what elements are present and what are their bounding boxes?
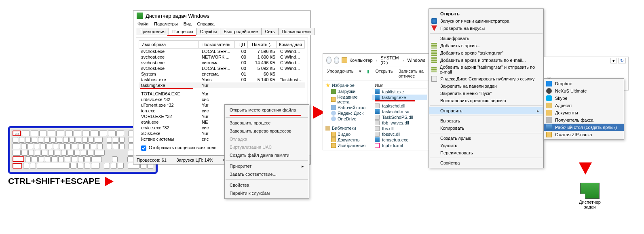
tool-burn[interactable]: Записать на оптичес: [399, 69, 424, 78]
sidebar-recent[interactable]: Недавние места: [325, 94, 368, 105]
ctx-item[interactable]: Копировать: [429, 124, 543, 132]
file-item[interactable]: tasklist.exe: [372, 89, 427, 95]
sidebar-desktop[interactable]: Рабочий стол: [325, 105, 368, 110]
process-row[interactable]: svchost.exeсистема0014 496 КБC:\Windows: [139, 60, 305, 65]
ctx-item[interactable]: Перейти к службам: [225, 189, 309, 197]
file-item[interactable]: TaskSchdPS.dll: [372, 114, 427, 120]
ctx-item[interactable]: Переименовать: [429, 149, 543, 156]
refresh-icon[interactable]: ▾: [610, 58, 617, 63]
ctx-item[interactable]: Свойства: [225, 181, 309, 189]
menu-file[interactable]: Файл: [137, 21, 148, 26]
sendto-item[interactable]: Сжатая ZIP-папка: [544, 131, 624, 138]
ctx-item[interactable]: Проверить на вирусы: [429, 25, 543, 32]
ctx-item[interactable]: Свойства: [429, 159, 543, 167]
file-item[interactable]: taskmgr.exe: [372, 95, 427, 100]
file-item[interactable]: taskschd.msc: [372, 109, 427, 114]
ctx-item[interactable]: Завершить процесс: [225, 119, 309, 127]
ctx-item[interactable]: Создать ярлык: [429, 135, 543, 142]
nav-fwd-icon[interactable]: [334, 57, 339, 64]
ctx-item[interactable]: Удалить: [429, 142, 543, 149]
ctx-item[interactable]: Создать файл дампа памяти: [225, 151, 309, 159]
sendto-label: Документы: [555, 110, 578, 115]
col-user[interactable]: Пользователь: [199, 41, 235, 48]
refresh-icon2[interactable]: ↻: [618, 58, 626, 63]
sendto-item[interactable]: Документы: [544, 109, 624, 116]
file-item[interactable]: tcpbidi.xml: [372, 143, 427, 148]
tab-users[interactable]: Пользователи: [278, 28, 315, 35]
ctx-item[interactable]: Открыть: [429, 10, 543, 17]
tab-performance[interactable]: Быстродействие: [220, 28, 262, 35]
sidebar-video[interactable]: Видео: [325, 131, 368, 137]
ctx-item[interactable]: Добавить в архив "taskmgr.rar": [429, 49, 543, 57]
ctx-item[interactable]: Закрепить на панели задач: [429, 82, 543, 90]
desktop-shortcut[interactable]: Диспетчер задач: [572, 183, 608, 209]
file-item[interactable]: tbssvc.dll: [372, 131, 427, 137]
menu-view[interactable]: Вид: [184, 21, 192, 26]
file-item[interactable]: tbs.dll: [372, 126, 427, 131]
col-cpu[interactable]: ЦП: [235, 41, 248, 48]
breadcrumb-drive[interactable]: SYSTEM (C:): [380, 55, 399, 65]
ctx-item[interactable]: Восстановить прежнюю версию: [429, 97, 543, 104]
process-row[interactable]: TOTALCMD64.EXEYur: [139, 91, 305, 97]
process-row[interactable]: taskmgr.exeYur: [139, 82, 305, 88]
ctx-item[interactable]: Вырезать: [429, 117, 543, 124]
ctx-item[interactable]: Закрепить в меню "Пуск": [429, 90, 543, 97]
sendto-item[interactable]: Получатель факса: [544, 116, 624, 124]
keyboard-shortcut-text: CTRL+SHIFT+ESCAPE: [8, 176, 100, 186]
process-row[interactable]: svchost.exeNETWORK ...001 800 КБC:\Windo…: [139, 54, 305, 60]
ctx-item[interactable]: Добавить в архив...: [429, 42, 543, 49]
sendto-item[interactable]: Dropbox: [544, 80, 624, 87]
col-filename[interactable]: Имя: [372, 82, 427, 89]
breadcrumb-folder[interactable]: Windows: [407, 58, 425, 63]
process-row[interactable]: svchost.exeLOCAL SER...007 596 КБC:\Wind…: [139, 48, 305, 54]
sidebar-favorites[interactable]: Избранное: [325, 83, 368, 88]
sidebar-documents[interactable]: Документы: [325, 137, 368, 143]
sidebar-onedrive[interactable]: OneDrive: [325, 116, 368, 122]
sendto-item[interactable]: Рабочий стол (создать ярлык): [544, 124, 624, 131]
tab-processes[interactable]: Процессы: [169, 28, 196, 35]
show-all-checkbox-input[interactable]: [141, 145, 146, 151]
folder-icon: [331, 143, 336, 148]
sidebar-libraries[interactable]: Библиотеки: [325, 126, 368, 131]
explorer-addressbar[interactable]: Компьютер SYSTEM (C:) Windows: [323, 54, 429, 67]
ctx-item[interactable]: Приоритет ▸: [225, 162, 309, 170]
tool-open[interactable]: Открыть: [375, 69, 393, 78]
col-mem[interactable]: Память (...: [248, 41, 277, 48]
nav-back-icon[interactable]: [326, 57, 332, 64]
menu-options[interactable]: Параметры: [154, 21, 178, 26]
col-name[interactable]: Имя образа: [139, 41, 199, 48]
ctx-item[interactable]: Открыть место хранения файла: [225, 106, 309, 114]
ctx-item[interactable]: Яндекс.Диск: Скопировать публичную ссылк…: [429, 75, 543, 82]
process-row[interactable]: svchost.exeLOCAL SER...005 092 КБC:\Wind…: [139, 65, 305, 71]
ctx-item[interactable]: Отправить▸: [429, 107, 543, 114]
file-item[interactable]: tcmsetup.exe: [372, 137, 427, 143]
sendto-item[interactable]: Адресат: [544, 102, 624, 109]
col-cmd[interactable]: Командная: [277, 41, 305, 48]
sendto-item[interactable]: Skype: [544, 95, 624, 102]
ctx-item[interactable]: Добавить в архив "taskmgr.rar" и отправи…: [429, 64, 543, 75]
zip-icon: [546, 132, 552, 137]
process-row[interactable]: taskhost.exeYuris005 140 КБ"taskhost.ex: [139, 77, 305, 82]
sidebar-yandex[interactable]: Яндекс.Диск: [325, 110, 368, 116]
menu-help[interactable]: Справка: [197, 21, 215, 26]
tab-services[interactable]: Службы: [196, 28, 221, 35]
key-tab: [13, 143, 20, 149]
file-item[interactable]: tbb_waves.dll: [372, 120, 427, 126]
tool-organize[interactable]: Упорядочить: [327, 69, 353, 78]
process-row[interactable]: ufdsvc.exe *32сис: [139, 97, 305, 102]
ctx-item[interactable]: Завершить дерево процессов: [225, 127, 309, 135]
key-del: [107, 143, 112, 149]
sidebar-downloads[interactable]: Загрузки: [325, 89, 368, 94]
process-row[interactable]: Systemсистема0160 КБ: [139, 71, 305, 77]
file-item[interactable]: taskschd.dll: [372, 103, 427, 109]
tab-applications[interactable]: Приложения: [136, 28, 169, 35]
sidebar-images[interactable]: Изображения: [325, 143, 368, 148]
ctx-item[interactable]: Запуск от имени администратора: [429, 17, 543, 25]
ctx-item[interactable]: Задать соответствие...: [225, 170, 309, 178]
dll-icon: [375, 132, 380, 137]
ctx-item[interactable]: Добавить в архив и отправить по e-mail..…: [429, 57, 543, 64]
tab-network[interactable]: Сеть: [261, 28, 278, 35]
breadcrumb-root[interactable]: Компьютер: [350, 58, 373, 63]
ctx-item[interactable]: Зашифровать: [429, 35, 543, 42]
sendto-item[interactable]: NeXuS Ultimate: [544, 87, 624, 95]
